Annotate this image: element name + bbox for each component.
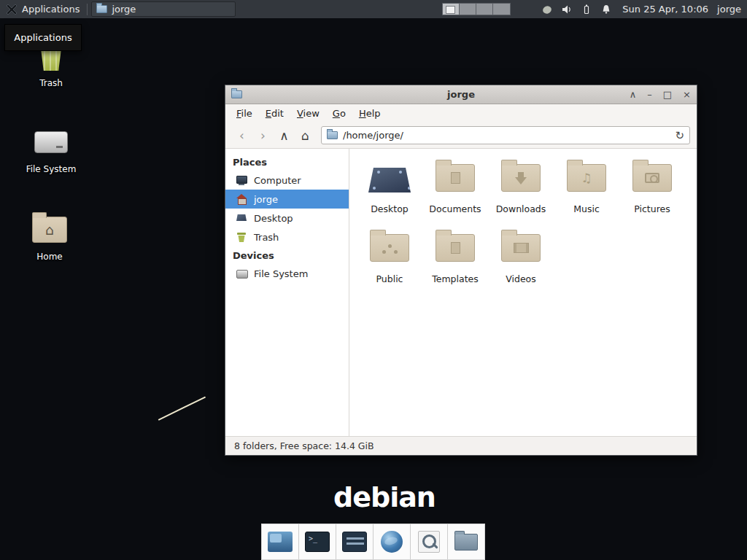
statusbar: 8 folders, Free space: 14.4 GiB [225, 436, 697, 455]
menu-edit[interactable]: Edit [259, 106, 290, 121]
debian-logo: debian [333, 481, 436, 513]
sidebar-item-computer[interactable]: Computer [225, 171, 349, 190]
panel-separator [87, 4, 88, 15]
folder-item-videos[interactable]: Videos [488, 228, 554, 298]
folder-label: Pictures [634, 203, 670, 214]
input-device-tray-icon[interactable] [541, 4, 553, 15]
folder-item-music[interactable]: ♫ Music [554, 158, 619, 228]
menu-go[interactable]: Go [326, 106, 352, 121]
folder-item-pictures[interactable]: Pictures [619, 158, 685, 228]
menu-file[interactable]: File [230, 106, 259, 121]
folder-label: Documents [429, 203, 481, 214]
app-finder-launcher[interactable] [411, 524, 447, 559]
computer-icon [236, 174, 247, 186]
workspace-cell-1[interactable] [443, 4, 460, 15]
show-desktop-icon [268, 532, 293, 552]
folder-item-downloads[interactable]: Downloads [488, 158, 554, 228]
menu-view[interactable]: View [290, 106, 326, 121]
taskbar-window-button[interactable]: jorge [91, 1, 236, 17]
path-input[interactable] [343, 130, 670, 141]
desktop-icon-label: Trash [39, 78, 63, 88]
menu-help[interactable]: Help [352, 106, 387, 121]
terminal-icon: >_ [305, 532, 330, 552]
globe-icon [381, 531, 403, 553]
taskbar-window-label: jorge [112, 4, 136, 15]
back-button[interactable]: ‹ [232, 126, 252, 145]
console-icon [342, 532, 367, 552]
terminal-launcher[interactable]: >_ [299, 524, 336, 559]
back-icon: ‹ [239, 128, 244, 143]
shade-button[interactable]: ∧ [630, 85, 637, 104]
folder-pictures-icon [632, 158, 672, 198]
tooltip-text: Applications [14, 32, 71, 43]
sidebar-header-places: Places [225, 153, 349, 171]
folder-label: Templates [432, 273, 479, 284]
drive-icon [34, 125, 68, 159]
folder-music-icon: ♫ [567, 158, 606, 198]
folder-item-documents[interactable]: Documents [422, 158, 488, 228]
forward-button[interactable]: › [253, 126, 273, 145]
volume-icon[interactable] [561, 4, 573, 15]
sidebar-item-trash[interactable]: Trash [225, 228, 349, 246]
file-view: Desktop Documents Downloads [349, 149, 697, 436]
battery-icon[interactable] [581, 4, 592, 15]
desktop-icon-home[interactable]: ⌂ Home [16, 213, 83, 262]
desktop-root: Applications jorge [0, 0, 747, 560]
applications-menu-icon [6, 4, 18, 15]
home-icon [236, 193, 247, 205]
workspace-cell-2[interactable] [460, 4, 476, 15]
tooltip: Applications [4, 24, 82, 51]
desktop-icon-label: Home [36, 252, 62, 262]
top-panel: Applications jorge [0, 0, 747, 18]
desktop-icon [236, 212, 247, 224]
folder-item-desktop[interactable]: Desktop [357, 158, 422, 228]
toolbar: ‹ › ∧ ⌂ ↻ [225, 122, 697, 149]
window-titlebar[interactable]: jorge ∧ – □ × [225, 85, 697, 104]
folder-item-public[interactable]: Public [357, 228, 422, 298]
folder-label: Downloads [496, 203, 546, 214]
sidebar: Places Computer jorge Desktop Trash [225, 149, 349, 436]
minimize-button[interactable]: – [647, 85, 652, 104]
up-icon: ∧ [279, 128, 288, 143]
web-browser-launcher[interactable] [374, 524, 410, 559]
drive-icon [236, 268, 247, 279]
file-manager-window: jorge ∧ – □ × File Edit View Go Help ‹ ›… [225, 85, 697, 456]
workspace-cell-3[interactable] [476, 4, 493, 15]
folder-download-icon [501, 158, 541, 198]
sidebar-item-file-system[interactable]: File System [225, 264, 349, 283]
sidebar-item-label: Trash [254, 232, 279, 243]
path-folder-icon [327, 131, 338, 139]
window-title: jorge [225, 89, 697, 100]
desktop-icon-file-system[interactable]: File System [18, 125, 85, 174]
workspace-cell-4[interactable] [493, 4, 510, 15]
sidebar-item-jorge[interactable]: jorge [225, 190, 349, 209]
taskbar-window-icon [96, 5, 107, 13]
notifications-bell-icon[interactable] [600, 4, 612, 15]
cursor-artifact-line [158, 397, 206, 421]
window-controls: ∧ – □ × [630, 85, 691, 104]
folder-label: Public [376, 273, 403, 284]
folder-item-templates[interactable]: Templates [422, 228, 488, 298]
desktop-icon-label: File System [26, 164, 77, 174]
maximize-button[interactable]: □ [663, 85, 672, 104]
sidebar-item-label: File System [254, 268, 308, 279]
applications-menu-label: Applications [22, 4, 80, 15]
sidebar-item-label: Computer [254, 175, 301, 186]
folder-videos-icon [501, 228, 541, 268]
close-button[interactable]: × [683, 85, 691, 104]
user-menu[interactable]: jorge [717, 4, 741, 15]
folder-publicshare-icon [370, 228, 409, 268]
pathbar[interactable]: ↻ [321, 126, 690, 144]
reload-button[interactable]: ↻ [675, 129, 684, 142]
sidebar-item-desktop[interactable]: Desktop [225, 209, 349, 228]
user-desktop-icon [368, 158, 411, 198]
clock[interactable]: Sun 25 Apr, 10:06 [622, 4, 708, 15]
applications-menu-button[interactable]: Applications [0, 0, 85, 18]
home-button[interactable]: ⌂ [295, 126, 315, 145]
folder-icon [454, 534, 478, 551]
home-icon: ⌂ [301, 128, 309, 143]
file-manager-launcher[interactable] [448, 524, 484, 559]
console-launcher[interactable] [336, 524, 373, 559]
up-button[interactable]: ∧ [274, 126, 294, 145]
show-desktop-launcher[interactable] [262, 524, 298, 559]
